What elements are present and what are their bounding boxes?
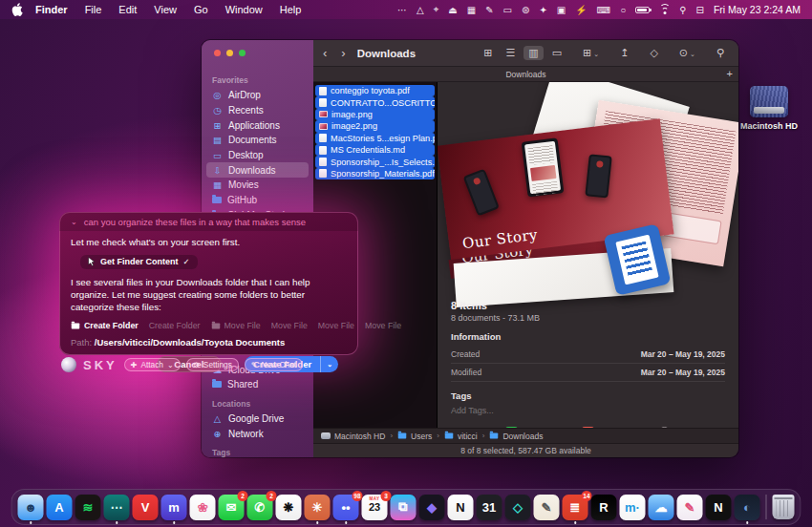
desktop-volume[interactable]: Macintosh HD [737,86,801,131]
move-file-chip[interactable]: Move File [365,321,401,330]
quick-action-video-processor-[interactable]: Video Processor (... [563,427,614,428]
file-row-contratto-oscritto-pdf[interactable]: CONTRATTO...OSCRITTO.pdf [315,96,435,108]
dock-claude[interactable]: ✳ [305,495,331,520]
search-button[interactable]: ⚲ [712,46,729,60]
dock-finder[interactable]: ☻ [18,495,44,520]
sidebar-item-network[interactable]: ⊕Network [206,426,309,441]
dock-setapp[interactable]: ◇ [505,495,531,520]
spotlight-icon[interactable]: ⚲ [679,5,686,15]
add-tags-field[interactable]: Add Tags... [451,406,725,415]
quick-action-social-clipper[interactable]: Social Clipper [486,427,538,428]
menu-view[interactable]: View [145,4,185,15]
sidebar-item-github[interactable]: GitHub [206,193,309,208]
move-file-chip[interactable]: Move File [211,321,261,330]
dock-calendar[interactable]: MAY233 [362,495,388,520]
shield-icon[interactable]: △ [417,5,424,15]
list-view-button[interactable]: ☰ [501,46,520,60]
dock-notion[interactable]: N [448,495,474,520]
drop-icon[interactable]: ○ [620,5,626,15]
sidebar-item-documents[interactable]: ▤Documents [206,133,309,148]
wifi-icon[interactable] [659,6,670,14]
dock-todoist[interactable]: ≣14 [563,495,588,520]
tool-call-chip[interactable]: Get Finder Content ✓ [80,255,198,269]
menu-finder[interactable]: Finder [27,4,76,15]
keyboard-icon[interactable]: ⌨ [597,5,610,15]
collapse-chevron-icon[interactable]: ⌄ [71,218,77,226]
clapboard-icon[interactable]: ▦ [467,5,476,15]
dock-orion[interactable]: ◐ [735,495,760,520]
forward-button[interactable]: › [341,47,345,59]
file-row-macstories-5-esign-plan-pdf[interactable]: MacStories 5...esign Plan.pdf [315,133,435,144]
dock-discord[interactable]: ••98 [333,495,359,520]
menu-clock[interactable]: Fri May 23 2:24 AM [714,4,801,15]
sidebar-item-desktop[interactable]: ▭Desktop [206,148,309,163]
quick-action-more-[interactable]: ⋯More... [639,427,691,428]
dock-app-store[interactable]: A [47,495,73,520]
menu-window[interactable]: Window [217,4,271,15]
create-folder-chip[interactable]: Create Folder [71,321,139,330]
sidebar-item-airdrop[interactable]: ◎AirDrop [206,88,309,103]
dock-reader[interactable]: R [591,495,617,520]
sidebar-item-recents[interactable]: ◷Recents [206,103,309,118]
sidebar-item-downloads[interactable]: ⇩Downloads [206,162,309,178]
dock-busycal[interactable]: 31 [477,495,502,520]
screen-capture-icon[interactable]: ⌖ [434,4,439,15]
back-button[interactable]: ‹ [323,47,327,59]
minimize-button[interactable] [226,50,233,56]
dock-cloud-app[interactable]: ☁ [649,495,674,520]
file-row-sponsorship-materials-pdf[interactable]: Sponsorship_Materials.pdf [315,168,435,179]
share-button[interactable]: ↥ [615,46,633,60]
dock-macstories[interactable]: m· [620,495,646,520]
dock-photos[interactable]: ❀ [190,495,216,520]
file-row-sponsorship-is-selects-pdf[interactable]: Sponsorship_...Is_Selects.pdf [315,156,435,167]
attach-pill[interactable]: ✚Attach⌄ [124,358,181,371]
dock-shortcuts[interactable]: ⧉ [391,495,417,520]
bolt-icon[interactable]: ⚡ [575,5,587,15]
path-segment-users[interactable]: Users [397,432,432,441]
file-row-conteggio-toyota-pdf[interactable]: conteggio toyota.pdf [315,85,435,96]
control-center-icon[interactable]: ⊟ [696,5,704,15]
zoom-button[interactable] [239,50,246,56]
sidebar-item-movies[interactable]: ▦Movies [206,178,309,193]
battery-icon[interactable] [635,7,650,13]
stack-icon[interactable]: ⊜ [522,5,529,15]
dock-craft[interactable]: ✎ [677,495,703,520]
dropdown-chevron-icon[interactable]: ⌄ [321,361,338,369]
add-column-button[interactable]: + [727,68,733,79]
menu-go[interactable]: Go [185,4,217,15]
text-box-icon[interactable]: ▣ [557,5,566,15]
menu-help[interactable]: Help [271,4,310,15]
group-button[interactable]: ⊞⌄ [578,46,604,60]
sidebar-item-shared[interactable]: Shared [206,377,309,392]
shapes-icon[interactable]: ✦ [539,5,546,15]
gallery-view-button[interactable]: ▭ [547,46,566,60]
close-button[interactable] [214,50,221,56]
file-row-image2-png[interactable]: image2.png [315,120,435,132]
dock-messages[interactable]: ✉2 [219,495,245,520]
tag-button[interactable]: ◇ [645,46,662,60]
more-status-icon[interactable]: ⋯ [397,5,407,15]
assistant-query-row[interactable]: ⌄ can you organize these files in a way … [59,212,358,231]
dock-ivory[interactable]: ⋯ [104,495,130,520]
apple-menu[interactable] [11,3,23,16]
path-segment-viticci[interactable]: viticci [444,432,478,441]
settings-pill[interactable]: ⚙Settings [186,358,239,371]
create-folder-chip[interactable]: Create Folder [149,321,201,330]
dock-notes[interactable]: ✎ [534,495,560,520]
dock-mastodon[interactable]: m [161,495,187,520]
menu-edit[interactable]: Edit [110,4,145,15]
dock-spotify[interactable]: ≋ [75,495,101,520]
dock-obsidian[interactable]: ◆ [419,495,445,520]
dock-trash[interactable] [773,495,795,519]
new-chat-pill[interactable]: ✎New Chat [245,358,303,371]
column-view-button[interactable]: ▥ [524,46,543,60]
file-row-ms-credentials-md[interactable]: MS Credentials.md [315,144,435,156]
move-file-chip[interactable]: Move File [271,321,308,330]
path-segment-downloads[interactable]: Downloads [489,432,543,441]
menu-file[interactable]: File [76,4,111,15]
display-icon[interactable]: ▭ [503,5,512,15]
pencil-icon[interactable]: ✎ [485,5,493,15]
dock-notion-calendar[interactable]: N [706,495,732,520]
sidebar-item-google-drive[interactable]: △Google Drive [206,411,309,427]
dock-whatsapp[interactable]: ✆2 [247,495,273,520]
